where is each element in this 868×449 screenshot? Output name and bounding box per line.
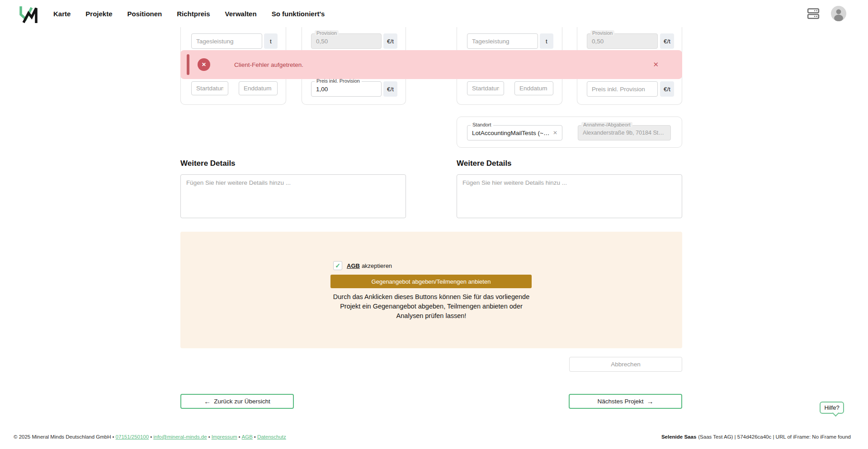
right-start-date-input[interactable] <box>467 81 504 95</box>
footer-datenschutz-link[interactable]: Datenschutz <box>257 434 286 440</box>
next-project-button[interactable]: Nächstes Projekt → <box>569 394 682 409</box>
footer-company-info: © 2025 Mineral Minds Deutschland GmbH•07… <box>14 434 286 440</box>
error-icon: ✕ <box>198 58 210 71</box>
back-to-overview-button[interactable]: ← Zurück zur Übersicht <box>180 394 294 409</box>
agb-link[interactable]: AGB <box>347 262 360 269</box>
standort-value: LotAccountingMailTests (~3 k... <box>472 130 550 136</box>
footer-impressum-link[interactable]: Impressum <box>212 434 237 440</box>
nav-item-verwalten[interactable]: Verwalten <box>225 10 257 18</box>
standort-field[interactable]: Standort LotAccountingMailTests (~3 k...… <box>467 125 562 140</box>
left-provision-value: 0,50 <box>316 38 377 45</box>
right-end-date-input[interactable] <box>514 81 553 95</box>
counter-offer-panel: ✓ AGBakzeptieren Gegenangebot abgeben/Te… <box>180 232 682 348</box>
unit-eur-per-ton-suffix: €/t <box>383 33 397 49</box>
footer-agb-link[interactable]: AGB <box>242 434 253 440</box>
left-provision-field: Provision 0,50 <box>311 33 382 49</box>
nav-item-positionen[interactable]: Positionen <box>127 10 162 18</box>
agb-suffix-text: akzeptieren <box>362 262 392 269</box>
right-price-incl-provision-input[interactable] <box>587 81 658 97</box>
unit-eur-per-ton-suffix: €/t <box>383 81 397 97</box>
right-provision-label: Provision <box>590 30 614 36</box>
agb-accept-row: ✓ AGBakzeptieren <box>333 261 392 270</box>
right-provision-field: Provision 0,50 <box>587 33 658 49</box>
note-line-3: Analysen prüfen lassen! <box>180 311 682 321</box>
footer-app-meta: (Saas Test AG) | 574d426ca40c | URL of i… <box>698 434 851 440</box>
annahme-abgabeort-value: Alexanderstraße 9b, 70184 Stuttgart <box>583 130 666 136</box>
note-line-2: Projekt ein Gegenangebot abgeben, Teilme… <box>180 302 682 311</box>
avatar-icon[interactable] <box>831 6 846 21</box>
nav-item-richtpreis[interactable]: Richtpreis <box>177 10 210 18</box>
right-details-textarea[interactable] <box>457 174 682 218</box>
right-arrow-icon: → <box>647 398 654 405</box>
left-provision-label: Provision <box>315 30 339 36</box>
footer-phone-link[interactable]: 07151/250100 <box>116 434 149 440</box>
cancel-button[interactable]: Abbrechen <box>569 357 682 372</box>
server-stack-icon[interactable] <box>807 7 820 20</box>
footer-app-name: Selenide Saas <box>661 434 696 440</box>
header-icons <box>807 0 846 27</box>
left-arrow-icon: ← <box>204 398 211 405</box>
help-button[interactable]: Hilfe? <box>820 402 844 414</box>
counter-offer-button[interactable]: Gegenangebot abgeben/Teilmengen anbieten <box>330 275 532 288</box>
unit-eur-per-ton-suffix: €/t <box>660 81 674 97</box>
back-button-label: Zurück zur Übersicht <box>214 398 270 405</box>
agb-checkbox[interactable]: ✓ <box>333 261 342 270</box>
annahme-abgabeort-label: Annahme-/Abgabeort <box>581 122 632 127</box>
right-daily-output-input[interactable] <box>467 33 538 49</box>
top-navigation-bar: Karte Projekte Positionen Richtpreis Ver… <box>0 0 868 27</box>
mineral-minds-logo-icon[interactable] <box>18 4 38 24</box>
footer-app-info: Selenide Saas(Saas Test AG) | 574d426ca4… <box>661 434 851 440</box>
right-provision-value: 0,50 <box>592 38 653 45</box>
counter-offer-note: Durch das Anklicken dieses Buttons könne… <box>180 292 682 321</box>
page: Karte Projekte Positionen Richtpreis Ver… <box>0 0 868 449</box>
right-location-card: Standort LotAccountingMailTests (~3 k...… <box>457 117 682 148</box>
agb-label: AGBakzeptieren <box>347 262 392 269</box>
clear-icon[interactable]: ✕ <box>553 130 557 136</box>
error-accent-bar <box>187 54 189 75</box>
left-end-date-input[interactable] <box>239 81 278 95</box>
unit-eur-per-ton-suffix: €/t <box>660 33 674 49</box>
standort-label: Standort <box>471 122 493 127</box>
footer-copyright: © 2025 Mineral Minds Deutschland GmbH <box>14 434 111 440</box>
nav-item-so-funktionierts[interactable]: So funktioniert's <box>272 10 325 18</box>
left-start-date-input[interactable] <box>191 81 228 95</box>
left-price-value: 1,00 <box>316 86 377 93</box>
left-daily-output-input[interactable] <box>191 33 262 49</box>
left-details-textarea[interactable] <box>180 174 406 218</box>
error-message: Client-Fehler aufgetreten. <box>234 50 303 79</box>
next-button-label: Nächstes Projekt <box>597 398 643 405</box>
unit-tons-suffix: t <box>540 33 553 49</box>
unit-tons-suffix: t <box>264 33 278 49</box>
note-line-1: Durch das Anklicken dieses Buttons könne… <box>180 292 682 302</box>
annahme-abgabeort-field: Annahme-/Abgabeort Alexanderstraße 9b, 7… <box>578 125 671 140</box>
left-price-incl-provision-field[interactable]: Preis inkl. Provision 1,00 <box>311 81 382 97</box>
nav-item-karte[interactable]: Karte <box>53 10 71 18</box>
error-toast: ✕ Client-Fehler aufgetreten. ✕ <box>180 50 682 79</box>
right-details-heading: Weitere Details <box>457 159 512 168</box>
main-nav: Karte Projekte Positionen Richtpreis Ver… <box>53 0 325 27</box>
footer-email-link[interactable]: info@mineral-minds.de <box>153 434 207 440</box>
left-details-heading: Weitere Details <box>180 159 236 168</box>
nav-item-projekte[interactable]: Projekte <box>85 10 112 18</box>
close-icon[interactable]: ✕ <box>653 50 659 79</box>
